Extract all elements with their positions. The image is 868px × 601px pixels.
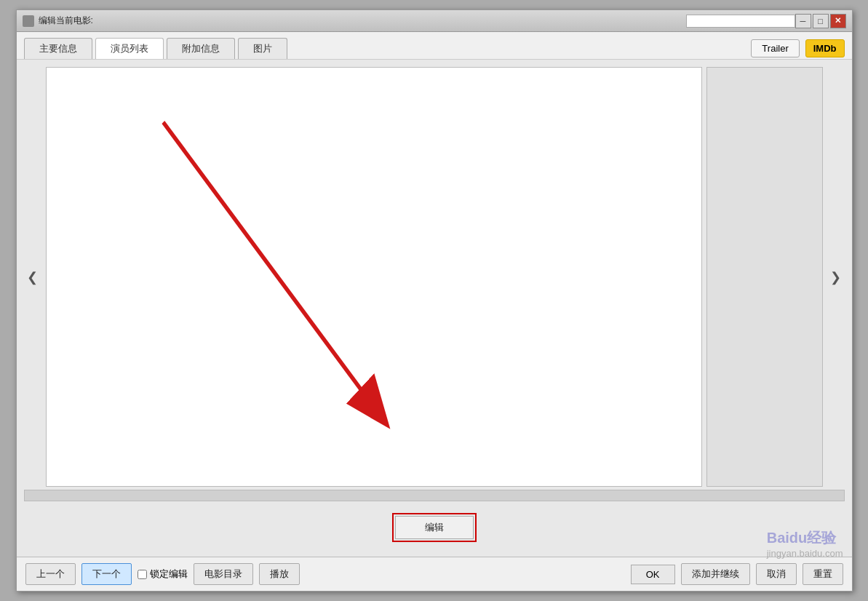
tab-cast[interactable]: 演员列表 <box>95 38 164 59</box>
title-input[interactable] <box>686 15 795 28</box>
lock-edit-label: 锁定编辑 <box>150 568 188 581</box>
title-bar: 编辑当前电影: ─ □ ✕ <box>17 10 852 32</box>
edit-button-row: 编辑 <box>17 501 852 549</box>
horizontal-scrollbar[interactable] <box>24 490 845 501</box>
catalog-button[interactable]: 电影目录 <box>194 563 253 585</box>
tab-extra-info[interactable]: 附加信息 <box>167 38 235 59</box>
next-button[interactable]: 下一个 <box>81 563 132 585</box>
prev-button[interactable]: 上一个 <box>25 563 76 585</box>
annotation-arrow <box>47 68 701 486</box>
image-viewer-row: ❮ ❯ <box>17 67 852 487</box>
cancel-button[interactable]: 取消 <box>756 563 797 585</box>
side-image-panel <box>706 67 823 487</box>
svg-line-1 <box>163 122 385 423</box>
main-content: ❮ ❯ 编辑 <box>17 60 852 557</box>
lock-edit-checkbox[interactable] <box>138 570 147 579</box>
prev-arrow[interactable]: ❮ <box>24 263 41 292</box>
imdb-button[interactable]: IMDb <box>805 39 845 57</box>
minimize-button[interactable]: ─ <box>795 14 811 28</box>
tab-pictures[interactable]: 图片 <box>238 38 287 59</box>
trailer-button[interactable]: Trailer <box>751 39 799 57</box>
add-continue-button[interactable]: 添加并继续 <box>681 563 750 585</box>
ok-button[interactable]: OK <box>631 565 675 584</box>
tab-bar: 主要信息 演员列表 附加信息 图片 Trailer IMDb <box>17 32 852 60</box>
dialog-window: 编辑当前电影: ─ □ ✕ 主要信息 演员列表 附加信息 图片 Trailer … <box>16 9 853 592</box>
title-label: 编辑当前电影: <box>39 15 683 27</box>
tab-main-info[interactable]: 主要信息 <box>24 38 92 59</box>
reset-button[interactable]: 重置 <box>803 563 843 585</box>
lock-edit-checkbox-label[interactable]: 锁定编辑 <box>138 568 188 581</box>
edit-button-highlight: 编辑 <box>392 513 477 542</box>
play-button[interactable]: 播放 <box>259 563 300 585</box>
app-icon <box>23 15 34 27</box>
edit-button[interactable]: 编辑 <box>395 516 474 539</box>
close-button[interactable]: ✕ <box>830 14 846 28</box>
bottom-bar: 上一个 下一个 锁定编辑 电影目录 播放 OK 添加并继续 取消 重置 <box>17 557 852 591</box>
window-controls: ─ □ ✕ <box>795 14 846 28</box>
next-arrow[interactable]: ❯ <box>827 263 845 292</box>
main-image-panel <box>46 67 702 487</box>
maximize-button[interactable]: □ <box>813 14 829 28</box>
